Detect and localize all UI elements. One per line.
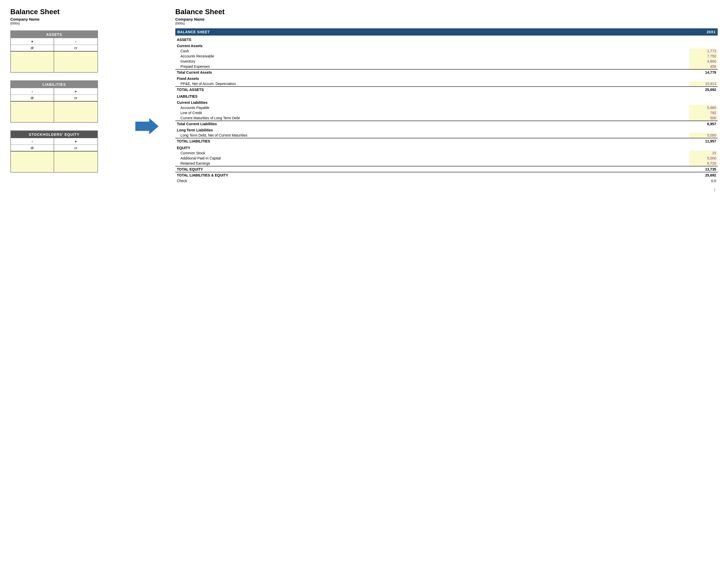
bs-header-label: BALANCE SHEET [175,28,689,35]
section-label: ASSETS [175,35,718,42]
subsection-label: Current Assets [175,42,718,49]
bs-row-6: Total Current Assets 14,779 [175,69,718,75]
equity-body [11,151,98,172]
left-panel: Balance Sheet Company Name (000s) ASSETS… [10,8,119,193]
bs-row-5: Prepaid Expenses 456 [175,64,718,69]
data-value: 15 [689,150,718,156]
bs-row-11: Current Liabilities [175,99,718,105]
assets-signs: + - [11,38,98,45]
equity-t-account: STOCKHOLDERS' EQUITY - + dr cr [10,130,98,173]
grandtotal-label: TOTAL LIABILITIES & EQUITY [175,172,689,178]
check-value: 0.0 [689,178,718,184]
assets-body [11,52,98,72]
bs-row-9: TOTAL ASSETS 25,692 [175,87,718,92]
assets-t-account: ASSETS + - dr cr [10,30,98,73]
total-value: 14,779 [689,69,718,75]
bs-row-8: PP&E, Net of Accum. Depreciation 10,913 [175,81,718,87]
bs-row-0: ASSETS [175,35,718,42]
assets-credit-area [54,52,98,72]
liabilities-header: LIABILITIES [11,81,98,88]
bs-row-17: Long Term Debt, Net of Current Maturitie… [175,133,718,138]
arrow-container [134,8,160,193]
liabilities-cr: cr [54,95,98,101]
bs-year-label: 20X1 [689,28,718,35]
left-title: Balance Sheet [10,8,119,16]
equity-debit-area [11,151,54,172]
data-label: Long Term Debt, Net of Current Maturitie… [175,133,689,138]
bs-row-2: Cash 1,773 [175,49,718,54]
balance-sheet-table: BALANCE SHEET 20X1 ASSETSCurrent Assets … [175,28,718,184]
right-units: (000s) [175,21,718,25]
bs-row-14: Current Maturities of Long Term Debt 500 [175,115,718,121]
grandtotal-label: TOTAL EQUITY [175,166,689,172]
grandtotal-value: 25,692 [689,172,718,178]
assets-minus: - [54,38,98,45]
assets-header: ASSETS [11,31,98,38]
section-label: LIABILITIES [175,92,718,99]
data-label: Accounts Payable [175,105,689,110]
equity-signs: - + [11,138,98,145]
svg-marker-0 [135,118,159,135]
check-label: Check [175,178,689,184]
data-label: Inventory [175,59,689,64]
subsection-label: Fixed Assets [175,75,718,81]
data-value: 5,000 [689,133,718,138]
assets-t-account-section: ASSETS + - dr cr [10,30,119,73]
data-value: 5,000 [689,156,718,161]
equity-header: STOCKHOLDERS' EQUITY [11,131,98,138]
left-company-name: Company Name [10,17,119,21]
liabilities-t-account-section: LIABILITIES - + dr cr [10,80,119,122]
liabilities-plus: + [54,88,98,94]
equity-t-account-section: STOCKHOLDERS' EQUITY - + dr cr [10,130,119,173]
data-value: 500 [689,115,718,121]
bs-row-19: EQUITY [175,144,718,150]
grandtotal-value: 11,957 [689,138,718,144]
data-value: 456 [689,64,718,69]
bs-row-3: Accounts Receivable 7,750 [175,54,718,59]
liabilities-t-account: LIABILITIES - + dr cr [10,80,98,122]
assets-labels: dr cr [11,45,98,52]
bs-row-13: Line of Credit 792 [175,110,718,115]
subsection-label: Long Term Liabilities [175,127,718,133]
total-label: Total Current Liabilities [175,121,689,127]
up-arrow-icon: ↑ [713,187,716,193]
total-value: 6,957 [689,121,718,127]
data-label: Line of Credit [175,110,689,115]
grandtotal-value: 13,735 [689,166,718,172]
data-label: Accounts Receivable [175,54,689,59]
data-label: Retained Earnings [175,161,689,166]
liabilities-labels: dr cr [11,95,98,102]
right-arrow-icon [135,116,159,137]
assets-cr: cr [54,45,98,51]
equity-plus: + [54,138,98,144]
bs-row-10: LIABILITIES [175,92,718,99]
right-panel: Balance Sheet Company Name (000s) BALANC… [175,8,718,193]
data-value: 7,750 [689,54,718,59]
liabilities-body [11,102,98,122]
equity-dr: dr [11,145,54,151]
bs-header-row: BALANCE SHEET 20X1 [175,28,718,35]
subsection-label: Current Liabilities [175,99,718,105]
data-value: 1,773 [689,49,718,54]
bs-row-25: Check 0.0 [175,178,718,184]
equity-labels: dr cr [11,145,98,151]
data-label: Additional Paid In Capital [175,156,689,161]
bs-row-16: Long Term Liabilities [175,127,718,133]
equity-minus: - [11,138,54,144]
data-value: 4,800 [689,59,718,64]
right-title: Balance Sheet [175,8,718,16]
liabilities-dr: dr [11,95,54,101]
bs-row-7: Fixed Assets [175,75,718,81]
data-value: 8,720 [689,161,718,166]
assets-debit-area [11,52,54,72]
bs-row-23: TOTAL EQUITY 13,735 [175,166,718,172]
right-company-name: Company Name [175,17,718,21]
bs-row-24: TOTAL LIABILITIES & EQUITY 25,692 [175,172,718,178]
assets-plus: + [11,38,54,45]
liabilities-minus: - [11,88,54,94]
equity-credit-area [54,151,98,172]
data-value: 5,665 [689,105,718,110]
section-label: EQUITY [175,144,718,150]
grandtotal-label: TOTAL LIABILITIES [175,138,689,144]
total-label: Total Current Assets [175,69,689,75]
